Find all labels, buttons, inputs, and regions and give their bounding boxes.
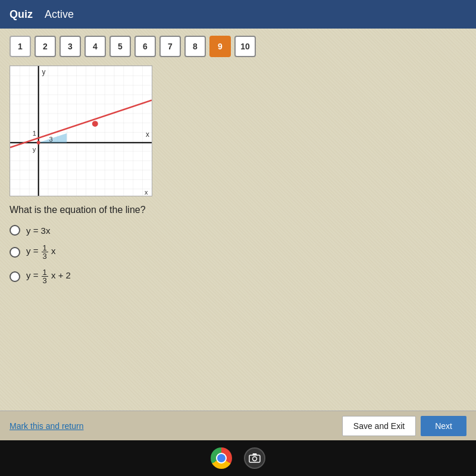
graph-area: x y y 3 1 x: [10, 65, 152, 196]
graph-svg: x y y 3 1 x: [10, 66, 152, 196]
quiz-content: 1 2 3 4 5 6 7 8 9 10: [0, 29, 476, 411]
q-btn-5[interactable]: 5: [109, 36, 131, 57]
svg-point-11: [37, 141, 40, 145]
save-exit-button[interactable]: Save and Exit: [342, 416, 416, 436]
q-btn-7[interactable]: 7: [159, 36, 181, 57]
svg-text:1: 1: [33, 130, 36, 137]
q-btn-1[interactable]: 1: [10, 36, 31, 57]
svg-text:y: y: [33, 146, 36, 153]
quiz-title: Quiz: [10, 8, 33, 21]
q-btn-4[interactable]: 4: [84, 36, 106, 57]
q-btn-8[interactable]: 8: [184, 36, 206, 57]
q-btn-2[interactable]: 2: [35, 36, 56, 57]
top-bar: Quiz Active: [0, 0, 476, 29]
svg-point-15: [253, 457, 257, 461]
option-c[interactable]: y = 13 x + 2: [10, 268, 466, 284]
screen: Quiz Active 1 2 3 4 5 6 7 8 9 10: [0, 0, 476, 476]
svg-text:x: x: [145, 189, 148, 196]
next-button[interactable]: Next: [421, 416, 466, 436]
quiz-status: Active: [45, 8, 74, 21]
radio-b[interactable]: [10, 247, 20, 258]
q-btn-6[interactable]: 6: [134, 36, 156, 57]
option-c-label: y = 13 x + 2: [26, 268, 71, 284]
option-b-label: y = 13 x: [26, 244, 56, 260]
option-a[interactable]: y = 3x: [10, 225, 466, 236]
options-list: y = 3x y = 13 x y = 13 x + 2: [10, 225, 466, 284]
question-numbers: 1 2 3 4 5 6 7 8 9 10: [10, 36, 466, 57]
mark-return-link[interactable]: Mark this and return: [10, 421, 84, 431]
svg-marker-14: [252, 453, 257, 455]
radio-c[interactable]: [10, 271, 20, 282]
svg-text:x: x: [146, 130, 149, 139]
svg-text:y: y: [42, 68, 46, 76]
taskbar: [0, 440, 476, 476]
bottom-right-btns: Save and Exit Next: [342, 416, 466, 436]
bottom-bar: Mark this and return Save and Exit Next: [0, 411, 476, 440]
option-b[interactable]: y = 13 x: [10, 244, 466, 260]
chrome-icon[interactable]: [211, 447, 232, 469]
q-btn-3[interactable]: 3: [60, 36, 81, 57]
q-btn-10[interactable]: 10: [234, 36, 256, 57]
svg-text:3: 3: [49, 136, 52, 143]
camera-icon[interactable]: [244, 447, 265, 469]
q-btn-9[interactable]: 9: [209, 36, 231, 57]
svg-rect-0: [10, 66, 152, 196]
question-text: What is the equation of the line?: [10, 205, 466, 215]
svg-point-10: [92, 121, 98, 127]
radio-a[interactable]: [10, 225, 20, 236]
option-a-label: y = 3x: [26, 226, 50, 236]
